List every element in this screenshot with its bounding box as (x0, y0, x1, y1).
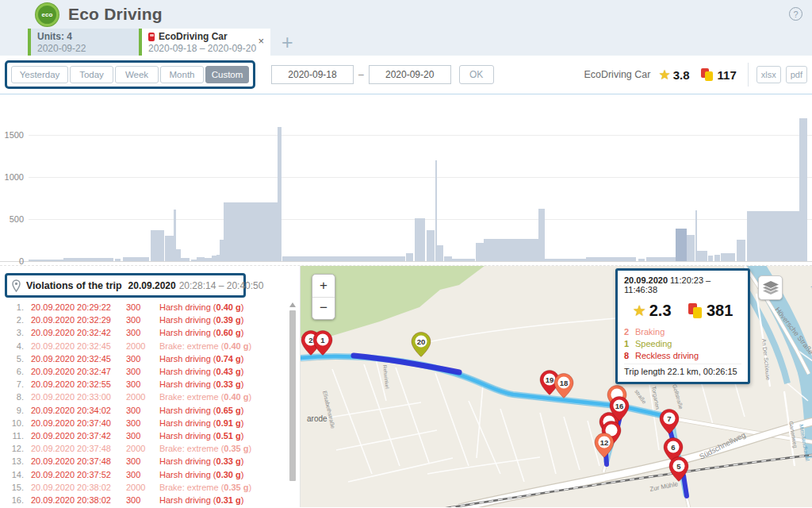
chart-bar[interactable] (799, 118, 807, 261)
violations-scrollbar[interactable] (289, 301, 297, 506)
date-to-input[interactable] (369, 65, 451, 84)
violation-description: Harsh driving (0.33 g) (159, 456, 243, 466)
violation-row[interactable]: 3.20.09.2020 20:32:42300Harsh driving (0… (0, 326, 285, 339)
chart-bar[interactable] (63, 258, 113, 261)
period-button-yesterday[interactable]: Yesterday (11, 66, 68, 83)
toolbar-divider (748, 63, 749, 87)
chart-bar[interactable] (714, 255, 720, 261)
chart-y-tick-label: 1500 (0, 130, 24, 140)
chart-bar[interactable] (687, 235, 695, 261)
chart-bar[interactable] (415, 218, 425, 261)
export-xlsx-button[interactable]: xlsx (756, 66, 781, 83)
violation-row[interactable]: 14.20.09.2020 20:37:52300Harsh driving (… (0, 468, 285, 480)
violations-timeline-chart[interactable]: 150010005000 (0, 94, 812, 265)
popup-violation-stats: 2Braking1Speeding8Reckless driving (624, 326, 741, 362)
chart-bar[interactable] (326, 256, 405, 261)
chart-bar[interactable] (151, 230, 164, 261)
zoom-in-button[interactable]: + (312, 275, 335, 298)
trip-summary-popup: 20.09.202011:20:23 – 11:46:38 ★ 2.3 381 … (615, 268, 750, 384)
chart-bar[interactable] (181, 258, 190, 261)
period-button-today[interactable]: Today (70, 66, 113, 83)
svg-text:12: 12 (600, 438, 609, 447)
chart-bar[interactable] (123, 257, 149, 261)
violation-row[interactable]: 5.20.09.2020 20:32:45300Harsh driving (0… (0, 352, 285, 365)
chart-bar[interactable] (737, 240, 745, 261)
chart-bar[interactable] (721, 253, 735, 261)
chart-bar[interactable] (646, 257, 676, 261)
chart-bar[interactable] (538, 209, 545, 261)
period-button-week[interactable]: Week (115, 66, 159, 83)
violation-row[interactable]: 4.20.09.2020 20:32:452000Brake: extreme … (0, 340, 285, 352)
chart-bar[interactable] (205, 258, 212, 261)
chart-bar[interactable] (697, 251, 707, 261)
chart-bar[interactable] (638, 259, 645, 261)
violation-row[interactable]: 7.20.09.2020 20:32:55300Harsh driving (0… (0, 378, 285, 391)
violation-row[interactable]: 2.20.09.2020 20:32:29300Harsh driving (0… (0, 314, 285, 326)
chart-bar[interactable] (165, 236, 174, 261)
popup-stat-speeding: 1Speeding (624, 338, 741, 350)
help-icon[interactable]: ? (789, 7, 802, 21)
violation-row[interactable]: 15.20.09.2020 20:38:022000Brake: extreme… (0, 481, 285, 494)
violation-row[interactable]: 12.20.09.2020 20:37:482000Brake: extreme… (0, 442, 285, 455)
period-button-custom[interactable]: Custom (205, 66, 249, 83)
popup-penalty-flags-icon (688, 303, 703, 318)
chart-bar[interactable] (586, 257, 636, 261)
tab-units[interactable]: Units: 4 2020-09-22 (28, 29, 139, 56)
chart-bar[interactable] (708, 256, 713, 261)
violation-row[interactable]: 1.20.09.2020 20:29:22300Harsh driving (0… (0, 301, 285, 314)
star-rating-icon: ★ (658, 67, 670, 83)
popup-trip-length: Trip length 22.1 km, 00:26:15 (624, 364, 741, 376)
svg-text:1: 1 (320, 336, 325, 344)
violation-description: Brake: extreme (0.35 g) (159, 444, 251, 453)
violation-row[interactable]: 6.20.09.2020 20:32:47300Harsh driving (0… (0, 365, 285, 378)
chart-gridline (29, 177, 812, 178)
violation-row[interactable]: 9.20.09.2020 20:34:02300Harsh driving (0… (0, 404, 285, 417)
violation-row[interactable]: 16.20.09.2020 20:38:02300Harsh driving (… (0, 494, 285, 506)
chart-bar[interactable] (452, 259, 475, 261)
violation-row[interactable]: 8.20.09.2020 20:33:002000Brake: extreme … (0, 391, 285, 403)
chart-bar-selected[interactable] (676, 229, 687, 261)
violation-row[interactable]: 10.20.09.2020 20:37:40300Harsh driving (… (0, 417, 285, 429)
scroll-up-icon[interactable] (289, 302, 296, 307)
chart-bar[interactable] (197, 257, 205, 261)
add-tab-icon[interactable]: + (282, 31, 293, 54)
violation-row[interactable]: 17.20.09.2020 20:38:062000Brake: extreme… (0, 506, 285, 507)
violation-description: Brake: extreme (0.40 g) (159, 341, 251, 351)
chart-bar[interactable] (406, 253, 413, 261)
violation-row[interactable]: 11.20.09.2020 20:37:42300Harsh driving (… (0, 429, 285, 442)
map[interactable]: Höversche StraßeMittellandkanalMittellan… (300, 266, 812, 507)
toolbar: YesterdayTodayWeekMonthCustom – OK EcoDr… (0, 56, 812, 94)
chart-bar[interactable] (191, 260, 197, 261)
violations-time-range: 20:28:14 – 20:40:50 (179, 280, 264, 291)
chart-bar[interactable] (282, 256, 326, 261)
chart-bar[interactable] (444, 256, 452, 261)
chart-bar[interactable] (115, 259, 121, 261)
export-pdf-button[interactable]: pdf (786, 66, 807, 83)
chart-bar[interactable] (29, 260, 63, 261)
zoom-out-button[interactable]: − (312, 298, 335, 320)
map-layers-button[interactable] (758, 275, 783, 300)
chart-bar[interactable] (476, 243, 484, 261)
rating-value: 3.8 (673, 68, 690, 82)
chart-bar[interactable] (224, 202, 278, 261)
chart-bar[interactable] (545, 259, 586, 261)
period-button-month[interactable]: Month (160, 66, 204, 83)
violation-description: Harsh driving (0.33 g) (159, 379, 243, 389)
svg-text:20: 20 (417, 337, 426, 346)
date-from-input[interactable] (271, 65, 354, 84)
tab-bar: Units: 4 2020-09-22 EcoDriving Car 2020-… (0, 29, 812, 56)
tab-ecodriving-car[interactable]: EcoDriving Car 2020-09-18 – 2020-09-20 × (139, 29, 270, 56)
chart-bar[interactable] (278, 127, 282, 261)
violation-description: Harsh driving (0.51 g) (159, 431, 243, 441)
ok-button[interactable]: OK (459, 65, 494, 84)
popup-stat-braking: 2Braking (624, 326, 741, 338)
chart-bar[interactable] (437, 245, 443, 261)
place-label: arode (307, 414, 327, 423)
chart-bar[interactable] (484, 239, 538, 261)
scrollbar-thumb[interactable] (289, 310, 296, 481)
chart-y-tick-label: 1000 (0, 172, 24, 182)
close-icon[interactable]: × (258, 36, 264, 46)
chart-bar[interactable] (427, 230, 435, 261)
chart-bar[interactable] (747, 211, 799, 261)
violation-row[interactable]: 13.20.09.2020 20:37:48300Harsh driving (… (0, 455, 285, 468)
